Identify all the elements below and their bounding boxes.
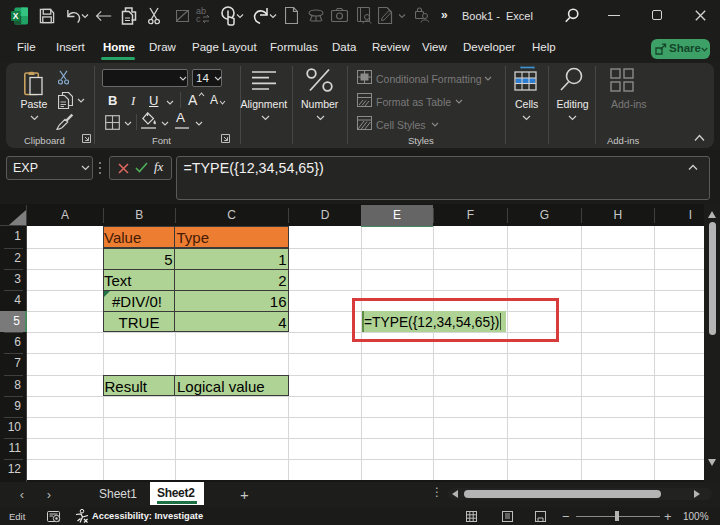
- svg-text:X: X: [13, 11, 19, 21]
- svg-text:c: c: [196, 14, 201, 24]
